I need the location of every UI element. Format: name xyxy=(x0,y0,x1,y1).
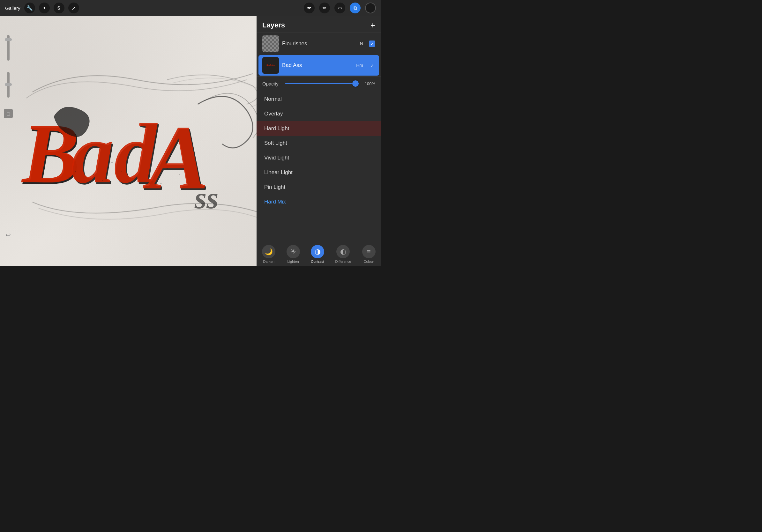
layer-mode-flourishes: N xyxy=(360,41,363,46)
svg-point-11 xyxy=(112,162,113,163)
svg-point-14 xyxy=(167,168,168,169)
left-sidebar: ▢ xyxy=(3,35,14,247)
opacity-fill xyxy=(285,83,359,84)
blend-mode-name-pin-light: Pin Light xyxy=(264,184,285,190)
colour-icon: ≡ xyxy=(362,245,376,258)
layers-tool-button[interactable]: ⧉ xyxy=(350,3,360,13)
gallery-button[interactable]: Gallery xyxy=(5,5,21,11)
magic-wand-button[interactable]: ✦ xyxy=(39,3,50,13)
color-picker[interactable] xyxy=(365,3,376,13)
pen-tool-button[interactable]: ✒ xyxy=(304,3,315,13)
blend-mode-name-vivid-light: Vivid Light xyxy=(264,155,289,161)
undo-button[interactable]: ↩ xyxy=(3,230,13,240)
toolbar-left: Gallery 🔧 ✦ S ↗ xyxy=(5,3,79,13)
layer-visibility-bad-ass[interactable]: ✓ xyxy=(369,62,375,69)
layer-name-flourishes: Flourishes xyxy=(282,40,307,46)
blend-mode-name-hard-light: Hard Light xyxy=(264,125,289,131)
contrast-icon: ◑ xyxy=(311,245,324,258)
opacity-row: Opacity 100% xyxy=(262,80,375,87)
opacity-thumb xyxy=(352,80,359,87)
layer-info-bad-ass: Bad Ass xyxy=(282,62,353,69)
wrench-button[interactable]: 🔧 xyxy=(24,3,35,13)
brush-size-slider[interactable] xyxy=(7,35,10,61)
blend-mode-name-soft-light: Soft Light xyxy=(264,140,287,146)
svg-point-7 xyxy=(84,165,85,166)
svg-point-8 xyxy=(68,177,70,178)
layer-thumbnail-bad-ass: Bad Ass xyxy=(262,57,279,74)
blend-mode-hard-light[interactable]: Hard Light xyxy=(257,121,381,136)
opacity-section: Opacity 100% xyxy=(257,76,381,91)
layer-item-bad-ass[interactable]: Bad Ass Bad Ass Hm ✓ xyxy=(259,55,379,76)
add-layer-button[interactable]: + xyxy=(370,21,375,29)
opacity-label: Opacity xyxy=(262,81,281,87)
blend-mode-linear-light[interactable]: Linear Light xyxy=(257,165,381,180)
brush-opacity-slider[interactable] xyxy=(7,72,10,98)
opacity-value: 100% xyxy=(362,81,375,86)
colour-label: Colour xyxy=(364,260,374,263)
canvas-area[interactable]: B B ad ad A A xyxy=(0,16,279,266)
lighten-label: Lighten xyxy=(287,260,299,263)
blend-mode-vivid-light[interactable]: Vivid Light xyxy=(257,151,381,165)
calligraphy-svg: B B ad ad A A xyxy=(14,29,265,253)
blend-mode-name-linear-light: Linear Light xyxy=(264,169,293,175)
svg-text:ss: ss xyxy=(194,181,219,215)
layer-mode-bad-ass: Hm xyxy=(356,63,363,68)
svg-point-9 xyxy=(93,174,94,175)
svg-point-12 xyxy=(120,171,121,172)
blend-mode-name-normal: Normal xyxy=(264,96,282,102)
contrast-label: Contrast xyxy=(311,260,324,263)
calligraphy-artwork: B B ad ad A A xyxy=(0,16,279,266)
svg-point-10 xyxy=(78,183,79,184)
layer-info-flourishes: Flourishes xyxy=(282,40,357,47)
darken-icon: 🌙 xyxy=(262,245,275,258)
transform-tool[interactable]: ▢ xyxy=(4,109,13,118)
top-toolbar: Gallery 🔧 ✦ S ↗ ✒ ✏ ▭ ⧉ xyxy=(0,0,381,16)
category-contrast[interactable]: ◑ Contrast xyxy=(308,244,327,265)
blend-mode-categories: 🌙 Darken ☀ Lighten ◑ Contrast ◐ Differen… xyxy=(257,241,381,266)
layers-title: Layers xyxy=(262,21,285,29)
category-lighten[interactable]: ☀ Lighten xyxy=(284,244,302,265)
difference-label: Difference xyxy=(335,260,351,263)
opacity-track xyxy=(285,83,359,84)
blend-mode-list: Normal Overlay Hard Light Soft Light Viv… xyxy=(257,91,381,241)
blend-mode-soft-light[interactable]: Soft Light xyxy=(257,136,381,151)
layer-name-bad-ass: Bad Ass xyxy=(282,62,302,68)
lighten-icon: ☀ xyxy=(286,245,300,258)
blend-mode-hard-mix[interactable]: Hard Mix xyxy=(257,195,381,209)
opacity-slider[interactable] xyxy=(285,80,359,87)
layers-header: Layers + xyxy=(257,16,381,33)
layer-thumbnail-flourishes xyxy=(262,35,279,52)
eraser-tool-button[interactable]: ▭ xyxy=(335,3,345,13)
svg-point-15 xyxy=(179,174,180,175)
blend-mode-pin-light[interactable]: Pin Light xyxy=(257,180,381,195)
layers-panel: Layers + Flourishes N ✓ Bad Ass Bad Ass … xyxy=(257,16,381,266)
svg-point-16 xyxy=(160,183,162,184)
blend-mode-name-overlay: Overlay xyxy=(264,111,283,117)
svg-point-6 xyxy=(75,171,76,172)
arrow-button[interactable]: ↗ xyxy=(68,3,79,13)
pencil-tool-button[interactable]: ✏ xyxy=(319,3,330,13)
layer-visibility-flourishes[interactable]: ✓ xyxy=(369,40,375,47)
category-darken[interactable]: 🌙 Darken xyxy=(260,244,278,265)
smudge-button[interactable]: S xyxy=(54,3,64,13)
category-difference[interactable]: ◐ Difference xyxy=(333,244,353,265)
layer-thumb-preview: Bad Ass xyxy=(262,57,279,74)
category-colour[interactable]: ≡ Colour xyxy=(360,244,378,265)
layer-item-flourishes[interactable]: Flourishes N ✓ xyxy=(259,33,379,54)
blend-mode-overlay[interactable]: Overlay xyxy=(257,106,381,121)
blend-mode-name-hard-mix: Hard Mix xyxy=(264,199,286,205)
svg-point-13 xyxy=(102,180,103,181)
difference-icon: ◐ xyxy=(336,245,350,258)
toolbar-right: ✒ ✏ ▭ ⧉ xyxy=(304,3,376,13)
darken-label: Darken xyxy=(263,260,274,263)
blend-mode-normal[interactable]: Normal xyxy=(257,92,381,106)
